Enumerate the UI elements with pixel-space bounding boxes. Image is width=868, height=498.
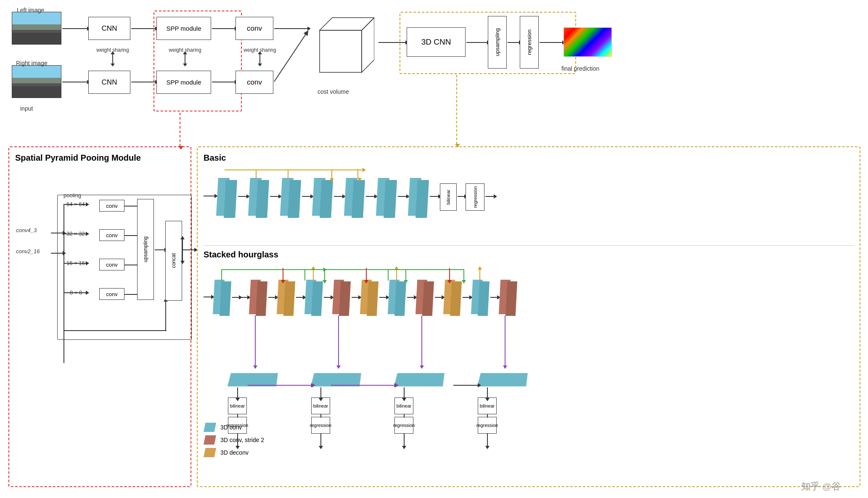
arrow-cnn-to-spp-top (131, 28, 156, 29)
arrow-conv-bottom-to-cube (274, 82, 275, 82)
hg-blue-2b (311, 281, 323, 316)
arrow-upsample-to-reg (508, 42, 519, 43)
orange-down-arrow (456, 75, 457, 144)
hg-orange-2b (367, 281, 378, 316)
hourglass-title: Stacked hourglass (204, 250, 854, 260)
input-label: input (20, 105, 33, 112)
basic-title: Basic (204, 153, 854, 163)
left-image (12, 12, 61, 45)
basic-block-4b (320, 180, 333, 218)
hg-blue-1b (220, 281, 231, 316)
legend-orange: 3D deconv (204, 448, 264, 457)
svg-marker-1 (320, 30, 362, 72)
conv4-3-label: conv4_3 (16, 227, 37, 233)
right-image-label: Right image (16, 60, 48, 66)
conv2-16-label: conv2_16 (16, 248, 40, 254)
cnn-bottom-block: CNN (88, 71, 130, 94)
final-prediction-image (564, 27, 612, 57)
arrow-cnn-to-spp-bottom (131, 82, 156, 82)
conv-top-block: conv (236, 17, 273, 40)
hg-orange-3b (450, 281, 462, 316)
hg-flat-2 (311, 373, 362, 387)
spp-bottom-block: SPP module (156, 71, 211, 94)
basic-block-5b (352, 180, 365, 218)
basic-block-6b (384, 180, 397, 218)
spp-title: Spatial Pyramid Pooing Module (15, 153, 185, 163)
hg-flat-4 (477, 373, 529, 387)
basic-block-1b (224, 180, 237, 218)
bottom-left-section: Spatial Pyramid Pooing Module conv4_3 co… (8, 146, 191, 487)
hg-brown-4b (505, 281, 517, 316)
svg-marker-2 (320, 18, 374, 30)
hg-brown-2b (339, 281, 351, 316)
ws-label-conv: weight sharing (243, 47, 277, 65)
arrow-reg-to-final (540, 42, 563, 43)
regression-hg-2: regression (311, 417, 330, 434)
hg-brown-1b (256, 281, 267, 316)
hg-blue-3b (394, 281, 406, 316)
arrow-img-to-cnn-top (62, 28, 87, 29)
watermark: 知乎 @谷 (801, 480, 841, 493)
cost-volume-label: cost volume (318, 88, 349, 95)
arrow-3dcnn-to-upsample (466, 42, 487, 43)
cost-volume-cube (311, 9, 374, 81)
spp-top-block: SPP module (156, 17, 211, 40)
hg-orange-1b (283, 281, 295, 316)
ws-label-spp: weight sharing (168, 47, 202, 65)
left-image-label: Left image (17, 7, 44, 13)
bottom-right-section: Basic (197, 146, 860, 487)
bilinear-block-basic: bilinear (440, 183, 457, 211)
basic-block-7b (415, 180, 429, 218)
svg-line-0 (274, 31, 308, 82)
legend-brown: 3D conv, stride 2 (204, 435, 264, 445)
hg-flat-1 (228, 373, 279, 387)
arrow-spp-to-conv-bottom (212, 82, 235, 82)
arrow-spp-to-conv-top (212, 28, 235, 29)
regression-hg-3: regression (394, 417, 413, 434)
basic-block-2b (256, 180, 269, 218)
regression-block-top: regression (520, 16, 539, 69)
upsampling-block-top: upsampling (488, 16, 507, 69)
hg-flat-3 (394, 373, 445, 387)
regression-hg-4: regression (478, 417, 497, 434)
red-down-arrow (180, 113, 180, 146)
hg-blue-4b (478, 281, 490, 316)
hg-brown-3b (422, 281, 434, 316)
final-prediction-label: final prediction (561, 65, 599, 72)
right-image (12, 65, 61, 98)
regression-block-basic: regression (466, 183, 484, 211)
svg-marker-3 (362, 18, 374, 72)
legend-blue: 3D conv (204, 423, 264, 432)
conv-bottom-block: conv (236, 71, 273, 94)
arrow-img-to-cnn-bottom (62, 82, 87, 82)
basic-block-3b (288, 180, 301, 218)
ws-label-cnn: weight sharing (96, 47, 130, 65)
cnn-top-block: CNN (88, 17, 130, 40)
